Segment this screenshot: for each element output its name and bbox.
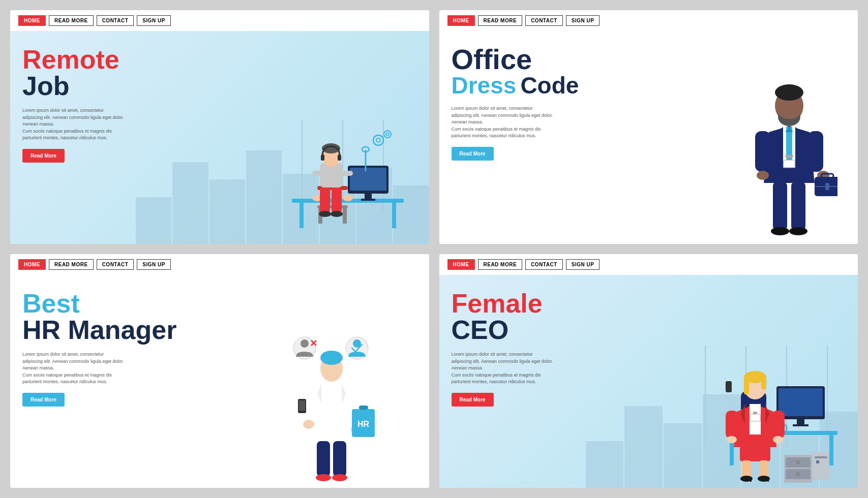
svg-point-109 — [773, 436, 783, 443]
svg-rect-9 — [361, 199, 375, 201]
nav-readmore-4[interactable]: READ MORE — [478, 259, 523, 270]
svg-rect-117 — [767, 477, 769, 482]
hr-illustration: HR — [277, 280, 388, 488]
svg-rect-7 — [350, 168, 386, 191]
nav-signup-1[interactable]: SIGN UP — [137, 15, 171, 26]
svg-rect-56 — [785, 155, 793, 158]
title-ceo: CEO — [452, 317, 553, 343]
svg-point-36 — [778, 105, 800, 119]
svg-rect-101 — [744, 377, 749, 395]
nav-readmore-3[interactable]: READ MORE — [49, 259, 94, 270]
read-more-btn-3[interactable]: Read More — [22, 393, 65, 407]
svg-rect-48 — [825, 183, 829, 190]
svg-point-108 — [727, 436, 737, 443]
svg-rect-107 — [772, 411, 785, 439]
svg-rect-113 — [759, 460, 768, 478]
svg-rect-27 — [335, 171, 353, 176]
read-more-btn-2[interactable]: Read More — [452, 147, 494, 161]
card4-body: Female CEO Lorem ipsum dolor sit amet, c… — [439, 275, 858, 488]
svg-rect-31 — [332, 188, 342, 213]
card-female-ceo: HOME READ MORE CONTACT SIGN UP Female CE… — [439, 254, 858, 488]
nav-hr: HOME READ MORE CONTACT SIGN UP — [10, 254, 429, 275]
nav-home-4[interactable]: HOME — [447, 259, 475, 270]
card2-body: Office Dress Code Lorem ipsum dolor sit … — [439, 31, 858, 244]
ceo-svg — [675, 346, 848, 488]
text-area-3: Best HR Manager Lorem ipsum dolor sit am… — [22, 290, 176, 407]
building — [209, 179, 245, 244]
building — [624, 406, 663, 488]
svg-point-64 — [320, 351, 343, 365]
nav-home-2[interactable]: HOME — [447, 15, 475, 26]
svg-point-68 — [332, 474, 347, 481]
svg-rect-24 — [321, 154, 324, 161]
businessman-svg — [741, 81, 837, 244]
svg-point-51 — [771, 227, 789, 235]
svg-point-37 — [775, 84, 803, 101]
read-more-btn-4[interactable]: Read More — [452, 393, 494, 407]
nav-readmore-1[interactable]: READ MORE — [49, 15, 94, 26]
building — [136, 197, 171, 244]
nav-contact-2[interactable]: CONTACT — [525, 15, 563, 26]
building — [586, 441, 624, 488]
svg-rect-87 — [815, 456, 827, 458]
svg-rect-4 — [300, 203, 304, 228]
title-best: Best — [22, 290, 176, 317]
svg-rect-66 — [333, 441, 346, 477]
svg-rect-42 — [808, 131, 823, 172]
title-female: Female — [452, 290, 553, 317]
nav-remote-job: HOME READ MORE CONTACT SIGN UP — [10, 10, 429, 31]
nav-readmore-2[interactable]: READ MORE — [478, 15, 523, 26]
nav-home-1[interactable]: HOME — [18, 15, 46, 26]
lorem-4: Lorem ipsum dolor sit amet, consectetur … — [452, 351, 553, 386]
nav-signup-2[interactable]: SIGN UP — [566, 15, 600, 26]
title-office: Office — [452, 45, 579, 74]
svg-rect-49 — [773, 182, 787, 230]
svg-point-43 — [757, 171, 769, 180]
desk-illustration — [272, 120, 414, 244]
svg-rect-96 — [829, 435, 833, 465]
svg-rect-84 — [797, 419, 804, 424]
nav-home-3[interactable]: HOME — [18, 259, 46, 270]
svg-rect-25 — [338, 154, 341, 161]
card-hr-manager: HOME READ MORE CONTACT SIGN UP Best HR M… — [10, 254, 429, 488]
nav-contact-3[interactable]: CONTACT — [97, 259, 134, 270]
svg-rect-104 — [750, 414, 760, 421]
svg-rect-105 — [753, 412, 757, 414]
businessman-illustration — [741, 41, 837, 244]
nav-office: HOME READ MORE CONTACT SIGN UP — [439, 10, 858, 31]
desk-svg — [272, 120, 414, 242]
svg-rect-83 — [779, 388, 823, 416]
svg-point-33 — [331, 211, 343, 217]
svg-point-29 — [343, 195, 353, 201]
svg-point-70 — [303, 420, 314, 429]
svg-point-13 — [386, 133, 389, 136]
svg-rect-102 — [761, 377, 766, 390]
svg-rect-72 — [299, 400, 305, 411]
svg-point-92 — [796, 460, 800, 464]
svg-point-32 — [319, 211, 331, 217]
title-remote: Remote — [22, 46, 124, 73]
building — [172, 162, 208, 244]
svg-point-12 — [384, 131, 391, 138]
text-area-2: Office Dress Code Lorem ipsum dolor sit … — [452, 45, 579, 161]
lorem-3: Lorem ipsum dolor sit amet, consectetur … — [22, 351, 124, 386]
svg-rect-41 — [755, 131, 770, 172]
nav-ceo: HOME READ MORE CONTACT SIGN UP — [439, 254, 858, 275]
svg-rect-106 — [726, 411, 738, 439]
card1-body: Remote Job Lorem ipsum dolor sit amet, c… — [10, 31, 429, 244]
card-remote-job: HOME READ MORE CONTACT SIGN UP Remote Jo… — [10, 10, 429, 244]
nav-contact-1[interactable]: CONTACT — [97, 15, 134, 26]
svg-text:HR: HR — [357, 420, 370, 428]
svg-rect-30 — [320, 188, 330, 213]
svg-rect-110 — [726, 381, 732, 392]
nav-signup-3[interactable]: SIGN UP — [137, 259, 171, 270]
read-more-btn-1[interactable]: Read More — [22, 149, 65, 163]
svg-rect-8 — [365, 194, 372, 199]
svg-rect-88 — [816, 460, 819, 463]
nav-contact-4[interactable]: CONTACT — [525, 259, 563, 270]
svg-point-11 — [376, 138, 380, 142]
nav-signup-4[interactable]: SIGN UP — [566, 259, 600, 270]
svg-point-58 — [301, 339, 309, 348]
svg-rect-50 — [791, 182, 805, 230]
ceo-illustration — [675, 280, 848, 488]
